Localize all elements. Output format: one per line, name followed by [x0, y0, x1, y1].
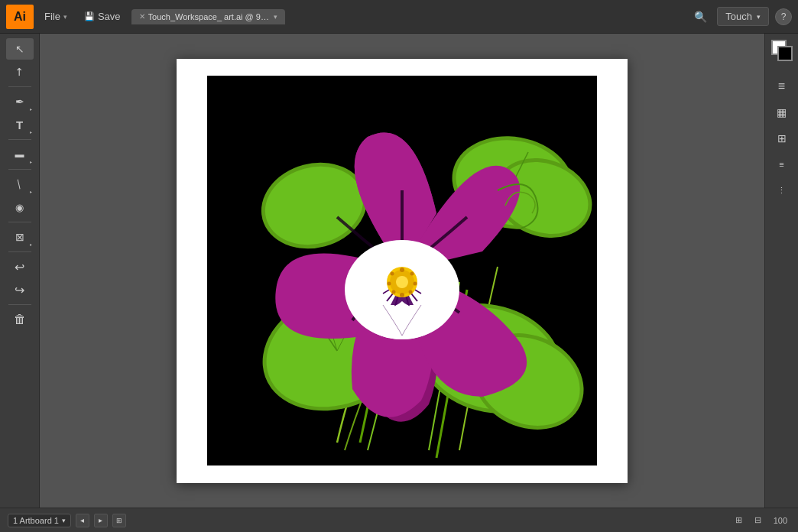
right-panel: ≡ ▦ ⊞ ≡ ⋮ — [764, 34, 798, 508]
tab-dropdown-arrow[interactable]: ▾ — [274, 13, 277, 21]
eraser-tool-corner: ▸ — [30, 242, 32, 247]
toolbar-separator-6 — [8, 304, 31, 305]
svg-point-26 — [392, 290, 396, 294]
main-layout: ↖ ↖ ✒ ▸ T ▸ ▬ ▸ ∕ ▸ ◉ ⊠ ▸ — [0, 34, 798, 508]
paragraph-panel-btn[interactable]: ⋮ — [769, 179, 795, 202]
direct-selection-tool[interactable]: ↖ — [6, 61, 34, 83]
top-bar-right: 🔍 Touch ▾ ? — [689, 6, 792, 28]
toolbar-separator-5 — [8, 251, 31, 252]
status-bar-right: ⊞ ⊟ 100 — [732, 514, 790, 527]
color-swatches[interactable] — [771, 40, 793, 61]
pen-tool[interactable]: ✒ ▸ — [6, 91, 34, 112]
svg-point-27 — [388, 282, 391, 286]
zoom-level[interactable]: 100 — [770, 514, 790, 527]
artboard-selector[interactable]: 1 Artboard 1 ▾ — [8, 514, 71, 527]
toolbar-separator-4 — [8, 222, 31, 222]
svg-point-23 — [414, 282, 417, 286]
type-tool[interactable]: T ▸ — [6, 114, 34, 135]
file-menu[interactable]: File ▾ — [38, 8, 73, 25]
svg-point-24 — [409, 290, 413, 294]
svg-point-29 — [396, 276, 408, 288]
toolbar-separator-1 — [8, 86, 31, 87]
file-menu-arrow: ▾ — [63, 13, 67, 21]
transform-panel-btn[interactable]: ⊞ — [769, 127, 795, 150]
artwork-svg — [207, 76, 597, 466]
workspace-switcher[interactable]: Touch ▾ — [717, 7, 769, 26]
redo-button[interactable]: ↪ — [6, 279, 34, 300]
save-button[interactable]: 💾 Save — [78, 8, 127, 25]
artboard-container — [177, 59, 628, 483]
libraries-panel-btn[interactable]: ▦ — [769, 101, 795, 124]
svg-point-25 — [400, 293, 404, 297]
search-icon[interactable]: 🔍 — [689, 6, 711, 28]
blob-brush-tool[interactable]: ◉ — [6, 196, 34, 218]
properties-panel-btn[interactable]: ≡ — [769, 75, 795, 98]
app-logo: Ai — [6, 5, 34, 29]
next-artboard-btn[interactable]: ▸ — [94, 514, 108, 527]
eraser-tool[interactable]: ⊠ ▸ — [6, 226, 34, 248]
svg-point-22 — [410, 272, 414, 276]
prev-artboard-btn[interactable]: ◂ — [76, 514, 89, 527]
document-tab[interactable]: ✕ Touch_Workspace_ art.ai @ 95.45% ... ▾ — [131, 9, 285, 24]
brush-tool-corner: ▸ — [30, 189, 32, 194]
paintbrush-tool[interactable]: ∕ ▸ — [6, 174, 34, 195]
artboard-options-btn[interactable]: ⊞ — [112, 514, 126, 527]
left-toolbar: ↖ ↖ ✒ ▸ T ▸ ▬ ▸ ∕ ▸ ◉ ⊠ ▸ — [0, 34, 40, 508]
status-bar: 1 Artboard 1 ▾ ◂ ▸ ⊞ ⊞ ⊟ 100 — [0, 508, 798, 532]
rect-tool-corner: ▸ — [30, 159, 32, 164]
align-panel-btn[interactable]: ≡ — [769, 153, 795, 176]
pen-tool-corner: ▸ — [30, 106, 32, 112]
help-button[interactable]: ? — [775, 8, 792, 25]
artwork-canvas — [207, 76, 597, 466]
svg-point-21 — [400, 268, 404, 272]
layout-btn[interactable]: ⊟ — [751, 514, 764, 527]
toolbar-separator-2 — [8, 139, 31, 140]
grid-view-btn[interactable]: ⊞ — [732, 514, 745, 527]
undo-button[interactable]: ↩ — [6, 256, 34, 277]
artboard-tool[interactable]: 🗑 — [6, 309, 34, 330]
svg-point-28 — [391, 272, 394, 276]
canvas-area[interactable] — [40, 34, 764, 508]
top-bar: Ai File ▾ 💾 Save ✕ Touch_Workspace_ art.… — [0, 0, 798, 34]
type-tool-corner: ▸ — [30, 129, 32, 135]
rectangle-tool[interactable]: ▬ ▸ — [6, 144, 34, 165]
selection-tool[interactable]: ↖ — [6, 38, 34, 60]
background-color[interactable] — [777, 46, 793, 61]
toolbar-separator-3 — [8, 169, 31, 170]
